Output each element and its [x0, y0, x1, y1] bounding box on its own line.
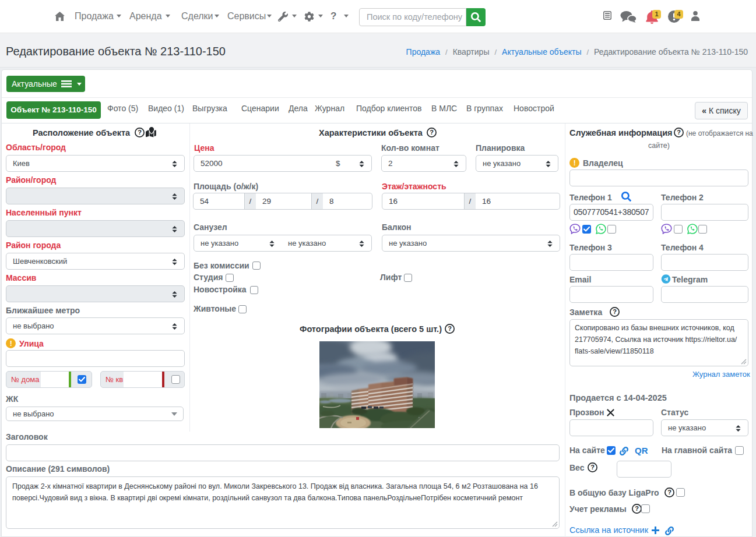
svg-text:?: ? [448, 325, 452, 332]
svg-text:?: ? [590, 464, 595, 471]
svg-text:?: ? [667, 489, 671, 496]
svg-text:?: ? [138, 129, 142, 136]
svg-text:?: ? [635, 505, 639, 512]
svg-text:?: ? [677, 129, 681, 136]
svg-text:?: ? [430, 129, 434, 136]
svg-text:?: ? [613, 308, 617, 315]
